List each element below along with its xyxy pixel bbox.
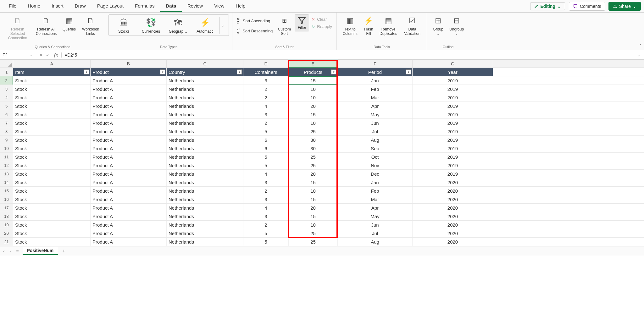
cell[interactable]: Apr [338,102,413,110]
cell[interactable]: Netherlands [167,178,243,186]
cell[interactable]: Feb [338,187,413,195]
data-validation-button[interactable]: ☑ Data Validation [401,14,424,36]
editing-mode-button[interactable]: Editing ⌄ [530,2,565,10]
menu-tab-file[interactable]: File [3,1,22,12]
cell[interactable]: Netherlands [167,76,243,85]
cell[interactable]: Stock [13,144,91,152]
cell[interactable]: 30 [289,144,338,152]
cell[interactable]: 2020 [413,178,493,186]
row-header[interactable]: 12 [0,161,13,169]
column-header-C[interactable]: C [167,60,243,68]
filter-dropdown-icon[interactable]: ▾ [331,69,336,74]
cell[interactable]: Product A [91,187,167,195]
data-types-gallery[interactable]: 🏛 Stocks 💱 Currencies 🗺 Geograp… ⚡ Autom… [108,14,229,36]
table-header-cell[interactable]: Country▾ [167,68,243,76]
row-header[interactable]: 21 [0,238,13,246]
cell[interactable]: Netherlands [167,161,243,169]
flash-fill-button[interactable]: ⚡ Flash Fill [361,14,376,36]
cell[interactable]: 25 [289,229,338,237]
all-sheets-icon[interactable]: ≡ [15,249,20,254]
cell[interactable]: 25 [289,127,338,135]
cell[interactable]: 5 [243,161,289,169]
sheet-tab-active[interactable]: PositiveNum [23,247,58,255]
cell[interactable]: 2020 [413,187,493,195]
cell[interactable]: Stock [13,187,91,195]
row-header[interactable]: 13 [0,170,13,178]
cell[interactable]: Jan [338,76,413,85]
cell[interactable]: Mar [338,93,413,102]
cell[interactable]: Jan [338,178,413,186]
row-header[interactable]: 14 [0,178,13,186]
cell[interactable]: Stock [13,161,91,169]
cell[interactable]: 3 [243,178,289,186]
cell[interactable]: Product A [91,93,167,102]
filter-dropdown-icon[interactable]: ▾ [406,69,411,74]
cell[interactable]: Netherlands [167,144,243,152]
row-header[interactable]: 17 [0,204,13,212]
cell[interactable]: 2019 [413,161,493,169]
fx-icon[interactable]: ƒx [53,52,62,58]
cell[interactable]: 5 [243,127,289,135]
row-header[interactable]: 16 [0,195,13,203]
row-header[interactable]: 4 [0,93,13,102]
add-sheet-icon[interactable]: + [60,248,67,254]
menu-tab-data[interactable]: Data [160,1,182,12]
cell[interactable]: 20 [289,204,338,212]
cell[interactable]: 2019 [413,136,493,144]
cell[interactable]: 10 [289,187,338,195]
cell[interactable]: Product A [91,119,167,127]
cell[interactable]: Oct [338,153,413,161]
cell[interactable]: Product A [91,102,167,110]
spreadsheet-grid[interactable]: ABCDEFG 1Item▾Product▾Country▾Containers… [0,60,644,246]
cell[interactable]: Stock [13,110,91,118]
queries-button[interactable]: ▦ Queries [60,14,78,32]
cell[interactable]: Stock [13,221,91,229]
cell[interactable]: Netherlands [167,93,243,102]
custom-sort-button[interactable]: ⊞ Custom Sort [275,14,293,36]
cell[interactable]: Product A [91,127,167,135]
row-header[interactable]: 18 [0,212,13,220]
cell[interactable]: 3 [243,212,289,220]
row-header[interactable]: 15 [0,187,13,195]
cell[interactable]: Product A [91,195,167,203]
cell[interactable]: 3 [243,195,289,203]
cell[interactable]: 25 [289,161,338,169]
cell[interactable]: Product A [91,136,167,144]
column-header-D[interactable]: D [243,60,289,68]
cell[interactable]: Jun [338,221,413,229]
cell[interactable]: 2020 [413,229,493,237]
cell[interactable]: Stock [13,195,91,203]
menu-tab-view[interactable]: View [208,1,230,12]
column-header-F[interactable]: F [338,60,413,68]
cell[interactable]: Mar [338,195,413,203]
cell[interactable]: Product A [91,161,167,169]
cell[interactable]: Stock [13,229,91,237]
menu-tab-page-layout[interactable]: Page Layout [92,1,129,12]
cell[interactable]: 10 [289,85,338,93]
column-header-E[interactable]: E [289,60,338,68]
cell[interactable]: 15 [289,212,338,220]
chevron-down-icon[interactable]: ⌄ [29,52,32,57]
row-header[interactable]: 2 [0,76,13,85]
cell[interactable]: 2019 [413,102,493,110]
cell[interactable]: 2 [243,221,289,229]
cell[interactable]: 2019 [413,119,493,127]
geography-button[interactable]: 🗺 Geograp… [165,17,191,34]
cell[interactable]: 2020 [413,195,493,203]
cell[interactable]: 3 [243,110,289,118]
cell[interactable]: Netherlands [167,229,243,237]
cell[interactable]: Stock [13,170,91,178]
cell[interactable]: 2019 [413,93,493,102]
cell[interactable]: Stock [13,212,91,220]
cell[interactable]: Netherlands [167,187,243,195]
cell[interactable]: Netherlands [167,110,243,118]
cell[interactable]: 15 [289,195,338,203]
cell[interactable]: 10 [289,119,338,127]
row-header[interactable]: 1 [0,68,13,76]
cell[interactable]: Aug [338,136,413,144]
collapse-ribbon-icon[interactable]: ˄ [639,44,641,49]
cell[interactable]: Product A [91,229,167,237]
cell[interactable]: 2019 [413,127,493,135]
cell[interactable]: 2019 [413,144,493,152]
cell[interactable]: Product A [91,76,167,85]
